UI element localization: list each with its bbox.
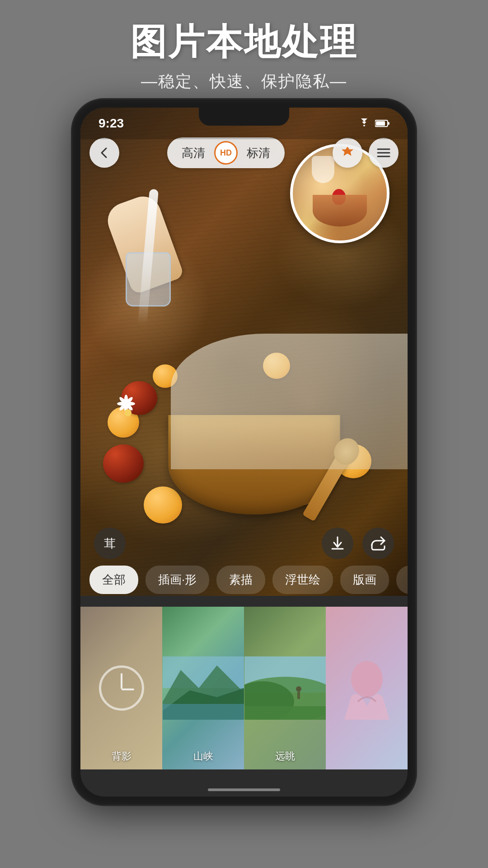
phone-frame: 9:23 bbox=[72, 99, 416, 805]
category-tab-ukiyo[interactable]: 浮世绘 bbox=[272, 566, 333, 594]
bowl-preview bbox=[313, 195, 367, 226]
filter-item-yuantiao[interactable]: 远眺 bbox=[244, 607, 326, 769]
mountain-svg bbox=[163, 656, 244, 720]
category-tab-illustration[interactable]: 插画·形 bbox=[145, 566, 209, 594]
wifi-icon bbox=[358, 118, 371, 128]
svg-rect-16 bbox=[244, 706, 326, 720]
battery-icon bbox=[375, 119, 389, 127]
filter-adjust-button[interactable]: 茸 bbox=[94, 528, 126, 559]
fabric-svg bbox=[326, 656, 408, 720]
category-tab-water[interactable]: 水 bbox=[396, 566, 408, 594]
cloth-area bbox=[171, 334, 408, 469]
back-icon bbox=[98, 146, 111, 159]
download-icon bbox=[329, 535, 346, 552]
vip-button[interactable] bbox=[333, 138, 362, 168]
vip-house-icon bbox=[340, 145, 355, 160]
category-tab-sketch[interactable]: 素描 bbox=[216, 566, 265, 594]
svg-point-14 bbox=[296, 686, 301, 692]
quality-selector: 高清 HD 标清 bbox=[167, 137, 285, 168]
main-title: 图片本地处理 bbox=[0, 18, 488, 67]
filter-label-shanxia: 山峡 bbox=[162, 750, 244, 763]
svg-rect-15 bbox=[297, 692, 300, 699]
filter-row: 背影 bbox=[80, 607, 408, 769]
clock-art bbox=[99, 665, 144, 711]
home-indicator bbox=[208, 788, 280, 791]
main-image-area bbox=[80, 108, 408, 596]
menu-button[interactable] bbox=[369, 138, 399, 168]
shanxia-art bbox=[162, 607, 244, 769]
yuantiao-art bbox=[244, 607, 326, 769]
filter-label-yuantiao: 远眺 bbox=[244, 750, 326, 763]
share-button[interactable] bbox=[362, 528, 394, 559]
share-icon bbox=[370, 535, 386, 552]
clock-hand-2 bbox=[122, 689, 134, 690]
header-section: 图片本地处理 —稳定、快速、保护隐私— bbox=[0, 18, 488, 93]
svg-rect-10 bbox=[163, 704, 244, 720]
filter-item-beiyng[interactable]: 背影 bbox=[80, 607, 162, 769]
clock-hand-1 bbox=[121, 673, 122, 689]
status-time: 9:23 bbox=[99, 116, 124, 131]
nav-bar: 高清 HD 标清 bbox=[80, 135, 408, 171]
dark-fruit-2 bbox=[103, 444, 144, 483]
bottom-toolbar: 茸 bbox=[80, 525, 408, 561]
beiyng-art bbox=[80, 607, 162, 769]
landscape-svg bbox=[244, 656, 326, 720]
filter-adjust-icon: 茸 bbox=[104, 536, 116, 552]
notch bbox=[199, 108, 289, 126]
svg-rect-1 bbox=[388, 122, 389, 125]
fabric-art bbox=[326, 607, 408, 769]
quality-high-btn[interactable]: 高清 bbox=[176, 143, 211, 163]
menu-icon bbox=[377, 147, 390, 158]
back-button[interactable] bbox=[89, 138, 119, 168]
daisy-1 bbox=[117, 401, 139, 424]
sub-title: —稳定、快速、保护隐私— bbox=[0, 71, 488, 93]
filter-label-beiyng: 背影 bbox=[80, 750, 162, 763]
status-icons bbox=[358, 118, 389, 128]
svg-point-17 bbox=[351, 661, 383, 697]
quality-standard-btn[interactable]: 标清 bbox=[241, 143, 276, 163]
category-tab-woodblock[interactable]: 版画 bbox=[340, 566, 389, 594]
nav-right-buttons bbox=[333, 138, 399, 168]
filter-item-shanxia[interactable]: 山峡 bbox=[162, 607, 244, 769]
hd-badge[interactable]: HD bbox=[214, 141, 238, 165]
filter-item-fabric[interactable] bbox=[326, 607, 408, 769]
category-tabs: 全部 插画·形 素描 浮世绘 版画 水 bbox=[80, 561, 408, 598]
action-buttons bbox=[322, 528, 394, 559]
download-button[interactable] bbox=[322, 528, 353, 559]
phone-screen: 9:23 bbox=[80, 108, 408, 797]
svg-rect-2 bbox=[376, 121, 385, 126]
category-tab-all[interactable]: 全部 bbox=[89, 566, 138, 594]
hd-text: HD bbox=[220, 148, 232, 158]
